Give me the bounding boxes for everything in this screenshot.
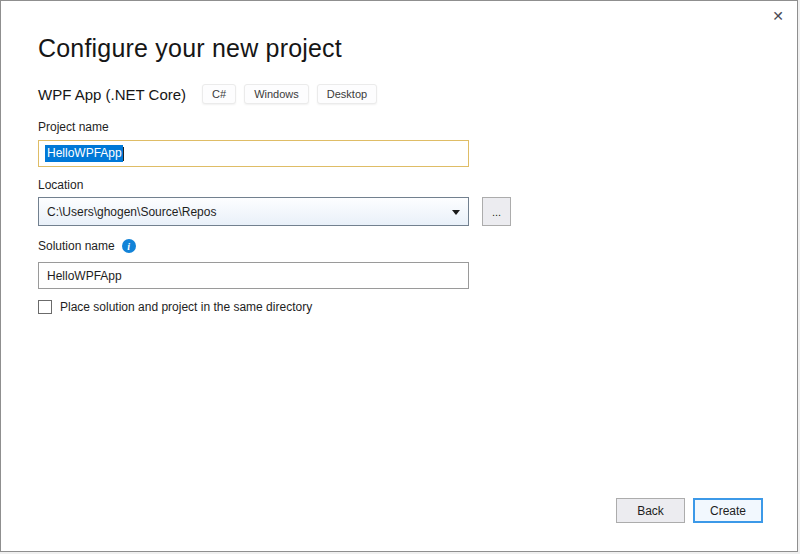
back-button[interactable]: Back [616,498,685,523]
browse-button[interactable]: ... [482,197,511,226]
text-caret [123,147,124,161]
project-type-label: WPF App (.NET Core) [38,86,186,103]
location-value: C:\Users\ghogen\Source\Repos [47,205,216,219]
same-directory-checkbox[interactable] [38,300,52,314]
page-title: Configure your new project [38,34,342,63]
project-name-input[interactable]: HelloWPFApp [38,140,469,167]
solution-name-input[interactable]: HelloWPFApp [38,262,469,289]
close-icon[interactable]: ✕ [767,5,789,27]
solution-name-label: Solution name [38,239,115,253]
solution-name-label-row: Solution name i [38,239,136,253]
location-combobox[interactable]: C:\Users\ghogen\Source\Repos [38,197,469,226]
tag-project-category: Desktop [317,84,377,104]
create-button[interactable]: Create [693,498,763,523]
project-type-row: WPF App (.NET Core) C# Windows Desktop [38,84,385,104]
tag-language: C# [202,84,236,104]
project-name-label: Project name [38,120,109,134]
configure-project-dialog: ✕ Configure your new project WPF App (.N… [0,0,798,552]
same-directory-label: Place solution and project in the same d… [60,300,312,314]
solution-name-value: HelloWPFApp [47,269,122,283]
dropdown-arrow-icon[interactable] [452,210,460,215]
tag-platform: Windows [244,84,309,104]
location-label: Location [38,178,83,192]
project-name-value: HelloWPFApp [45,145,123,162]
info-icon: i [122,239,136,253]
same-directory-row: Place solution and project in the same d… [38,300,312,314]
